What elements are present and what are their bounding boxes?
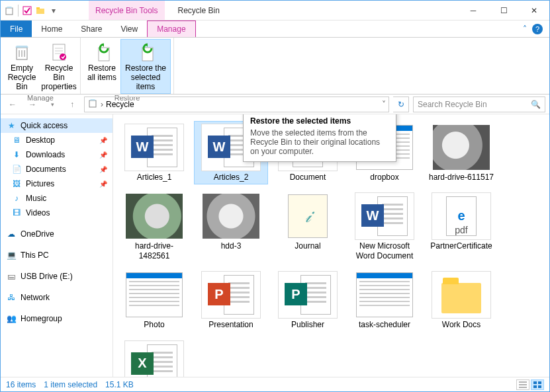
window-title: Recycle Bin <box>178 6 220 15</box>
file-tile[interactable]: WNew Microsoft Word Document <box>347 190 422 263</box>
sidebar-item-usb-drive[interactable]: 🖴USB Drive (E:) <box>1 269 113 284</box>
file-tile[interactable]: hard-drive-1482561 <box>117 190 191 263</box>
svg-rect-10 <box>533 381 537 384</box>
restore-all-items-button[interactable]: Restore all items <box>83 39 120 94</box>
file-tile[interactable]: PPresentation <box>194 268 268 332</box>
file-tile[interactable]: XWorksheet <box>117 338 191 377</box>
nav-up-button[interactable]: ↑ <box>64 97 80 112</box>
details-view-button[interactable] <box>516 379 529 390</box>
close-button[interactable]: ✕ <box>519 1 549 20</box>
this-pc-icon: 💻 <box>6 250 17 260</box>
ribbon-group-manage: Empty Recycle Bin Recycle Bin properties… <box>1 38 81 94</box>
maximize-button[interactable]: ☐ <box>488 1 519 20</box>
pictures-icon: 🖼 <box>11 178 22 189</box>
svg-rect-0 <box>6 8 13 15</box>
star-icon: ★ <box>6 120 17 131</box>
music-icon: ♪ <box>11 193 22 204</box>
pin-icon: 📌 <box>99 166 107 173</box>
sidebar-item-downloads[interactable]: ⬇Downloads📌 <box>1 147 113 162</box>
qat-dropdown-icon[interactable]: ▾ <box>48 5 60 17</box>
file-tile[interactable]: hard-drive-611517 <box>424 121 498 184</box>
file-name: task-scheduler <box>359 320 410 329</box>
file-tile[interactable]: Photo <box>117 268 191 332</box>
file-thumbnail <box>201 192 261 240</box>
nav-back-button[interactable]: ← <box>5 97 21 112</box>
nav-recent-button[interactable]: ▾ <box>44 97 60 112</box>
recycle-bin-icon <box>3 5 15 17</box>
file-tile[interactable]: WArticles_1 <box>117 121 191 184</box>
tab-file[interactable]: File <box>1 20 32 37</box>
file-thumbnail: X <box>124 340 184 377</box>
documents-icon: 📄 <box>11 164 22 175</box>
file-name: Journal <box>295 241 320 251</box>
tooltip: Restore the selected items Move the sele… <box>243 114 396 162</box>
breadcrumb-segment[interactable]: Recycle <box>106 100 134 109</box>
file-tile[interactable]: hdd-3 <box>194 190 268 263</box>
tab-share[interactable]: Share <box>71 20 111 37</box>
tab-view[interactable]: View <box>111 20 147 37</box>
restore-selected-items-button[interactable]: Restore the selected items <box>120 39 171 94</box>
svg-rect-3 <box>36 7 40 9</box>
recycle-bin-properties-button[interactable]: Recycle Bin properties <box>40 39 77 94</box>
sidebar-item-onedrive[interactable]: ☁OneDrive <box>1 227 113 241</box>
sidebar-item-documents[interactable]: 📄Documents📌 <box>1 162 113 176</box>
properties-icon <box>48 42 69 63</box>
status-selection: 1 item selected <box>44 380 97 389</box>
videos-icon: 🎞 <box>11 208 22 218</box>
minimize-button[interactable]: ─ <box>458 1 488 20</box>
file-name: Publisher <box>291 320 324 329</box>
file-name: dropbox <box>370 173 398 182</box>
svg-rect-11 <box>538 381 541 384</box>
status-item-count: 16 items <box>6 380 36 389</box>
minimize-ribbon-icon[interactable]: ˄ <box>523 24 527 34</box>
sidebar-item-this-pc[interactable]: 💻This PC <box>1 248 113 262</box>
ribbon-group-restore: Restore all items Restore the selected i… <box>81 38 174 94</box>
address-dropdown-icon[interactable]: ˅ <box>382 100 386 109</box>
file-thumbnail: 𝒾 <box>278 192 338 240</box>
tab-manage[interactable]: Manage <box>147 20 195 37</box>
file-thumbnail <box>432 271 491 319</box>
network-icon: 🖧 <box>6 292 17 303</box>
recycle-bin-crumb-icon <box>87 98 98 110</box>
tooltip-description: Move the selected items from the Recycle… <box>250 128 389 156</box>
file-name: Photo <box>144 320 164 329</box>
status-size: 15.1 KB <box>105 380 134 389</box>
file-list: Restore the selected items Move the sele… <box>113 114 549 377</box>
chevron-right-icon[interactable]: › <box>101 100 103 109</box>
sidebar-item-desktop[interactable]: 🖥Desktop📌 <box>1 133 113 147</box>
refresh-button[interactable]: ↻ <box>393 97 409 112</box>
svg-rect-9 <box>89 100 96 107</box>
pin-icon: 📌 <box>99 180 107 188</box>
nav-forward-button[interactable]: → <box>24 97 40 112</box>
large-icons-view-button[interactable] <box>531 379 544 390</box>
file-tile[interactable]: Work Docs <box>424 268 498 332</box>
sidebar-item-videos[interactable]: 🎞Videos <box>1 206 113 220</box>
sidebar-item-pictures[interactable]: 🖼Pictures📌 <box>1 176 113 191</box>
sidebar-item-quick-access[interactable]: ★Quick access <box>1 118 113 133</box>
file-tile[interactable]: PPublisher <box>271 268 345 332</box>
onedrive-icon: ☁ <box>6 229 17 239</box>
file-thumbnail <box>124 271 184 319</box>
qat-properties-icon[interactable] <box>21 5 33 17</box>
title-bar: ▾ Recycle Bin Tools Recycle Bin ─ ☐ ✕ <box>1 1 549 20</box>
empty-recycle-bin-button[interactable]: Empty Recycle Bin <box>3 39 40 94</box>
sidebar-item-music[interactable]: ♪Music <box>1 191 113 206</box>
status-bar: 16 items 1 item selected 15.1 KB <box>1 377 549 391</box>
file-thumbnail <box>124 192 184 240</box>
breadcrumb[interactable]: › Recycle ˅ <box>84 97 389 112</box>
search-input[interactable]: Search Recycle Bin 🔍 <box>413 97 545 112</box>
file-tile[interactable]: task-scheduler <box>347 268 422 332</box>
file-tile[interactable]: 𝒾Journal <box>271 190 345 263</box>
desktop-icon: 🖥 <box>11 135 22 145</box>
help-icon[interactable]: ? <box>532 24 543 34</box>
sidebar-item-network[interactable]: 🖧Network <box>1 290 113 305</box>
file-thumbnail: epdf <box>432 192 491 240</box>
svg-point-6 <box>60 54 66 60</box>
file-thumbnail <box>432 124 491 171</box>
sidebar-item-homegroup[interactable]: 👥Homegroup <box>1 311 113 326</box>
file-tile[interactable]: epdfPartnerCertificate <box>424 190 498 263</box>
tab-home[interactable]: Home <box>32 20 71 37</box>
usb-icon: 🖴 <box>6 271 17 282</box>
qat-new-folder-icon[interactable] <box>34 5 46 17</box>
empty-bin-icon <box>11 42 32 63</box>
